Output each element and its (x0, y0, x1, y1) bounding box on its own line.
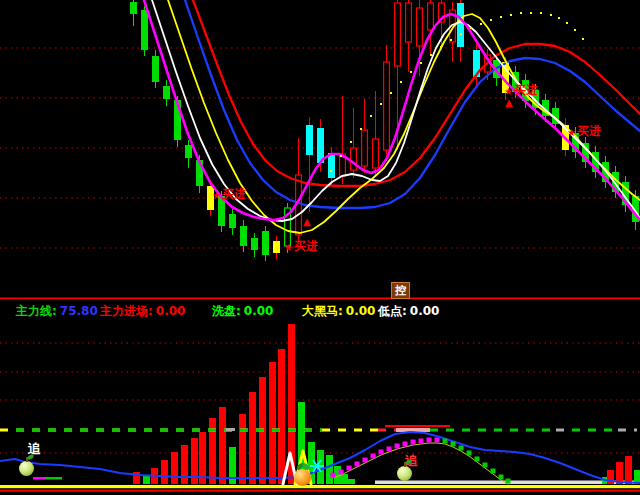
indicator-main-entry: 主力进场:0.00 (100, 303, 188, 320)
indicator-washout: 洗盘:0.00 (212, 303, 276, 320)
indicator-value: 0.00 (346, 304, 376, 318)
buy-star-marker: ★ (567, 128, 576, 138)
buy-star-marker: ★ (504, 87, 513, 97)
indicator-value: 0.00 (156, 304, 186, 318)
indicator-label: 主力线: (16, 304, 57, 318)
buy-star-marker: ★ (284, 243, 293, 253)
sub-indicator-chart[interactable] (0, 320, 640, 490)
indicator-value: 0.00 (244, 304, 274, 318)
apple-icon (397, 466, 412, 481)
triangle-marker: ▲ (303, 217, 311, 227)
indicator-label: 低点: (378, 304, 407, 318)
buy-star-marker: ★ (212, 191, 221, 201)
buy-signal-label: 买进 (222, 188, 246, 200)
buy-signal-label: 买进 (294, 240, 318, 252)
indicator-label: 洗盘: (212, 304, 241, 318)
indicator-low-point: 低点:0.00 (378, 303, 442, 320)
indicator-label: 主力进场: (100, 304, 153, 318)
apple-icon (19, 461, 34, 476)
buy-signal-label: 买进 (514, 84, 538, 96)
triangle-marker: ▲ (505, 98, 513, 108)
orange-icon (294, 469, 311, 486)
main-chart[interactable] (0, 0, 640, 296)
indicator-value: 75.80 (60, 304, 98, 318)
indicator-value: 0.00 (410, 304, 440, 318)
indicator-main-line: 主力线:75.80 (16, 303, 101, 320)
chase-label: 追 (28, 442, 41, 455)
indicator-dark-horse: 大黑马:0.00 (302, 303, 378, 320)
indicator-label: 大黑马: (302, 304, 343, 318)
panel-divider-line (0, 298, 640, 300)
buy-signal-label: 买进 (577, 125, 601, 137)
trading-app-window: 控 主力线:75.80 主力进场:0.00 洗盘:0.00 大黑马:0.00 低… (0, 0, 640, 495)
panel-control-tab[interactable]: 控 (391, 282, 410, 299)
